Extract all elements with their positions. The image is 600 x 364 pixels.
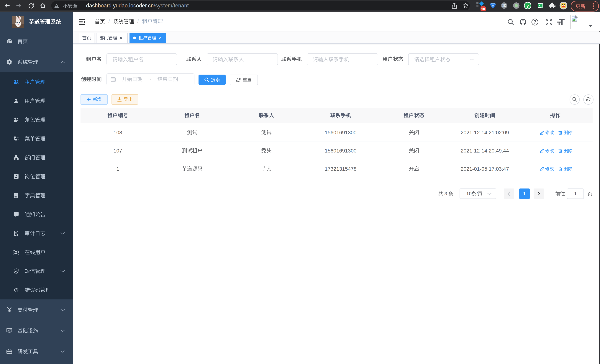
svg-text:⌘: ⌘ bbox=[502, 3, 506, 8]
svg-text:y: y bbox=[526, 3, 529, 8]
svg-text:10: 10 bbox=[481, 7, 485, 11]
